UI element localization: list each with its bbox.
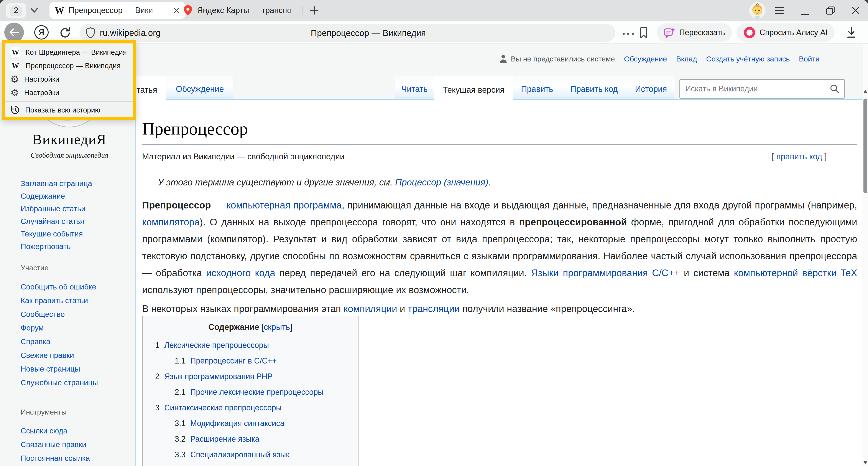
toc-item[interactable]: 3Синтаксические препроцессоры	[147, 400, 354, 416]
tab-yandex-maps[interactable]: Яндекс Карты — транспо	[178, 2, 310, 19]
tab-history[interactable]: История	[627, 76, 675, 99]
link-compiler[interactable]: компилятора	[142, 217, 199, 227]
search-submit[interactable]	[829, 84, 844, 94]
wikipedia-favicon: W	[10, 47, 21, 57]
screen: 2 W Препроцессор — Вики Яндекс Карты — т…	[0, 0, 868, 466]
browser-window: 2 W Препроцессор — Вики Яндекс Карты — т…	[0, 0, 868, 466]
hatnote-link[interactable]: Процессор (значения)	[395, 177, 489, 187]
sidebar-item-contents[interactable]: Содержание	[21, 190, 92, 202]
back-button[interactable]	[4, 23, 24, 42]
toc-item[interactable]: 3.3Специализированный язык	[147, 447, 354, 463]
ask-alice-button[interactable]: Спросить Алису AI	[737, 24, 835, 42]
scroll-up-icon[interactable]	[863, 90, 867, 93]
sidebar-item-help[interactable]: Справка	[21, 334, 98, 348]
new-tab-button[interactable]	[309, 5, 319, 16]
history-menu: W Кот Шрёдингера — Википедия W Препроцес…	[5, 43, 133, 117]
sidebar-item-what-links-here[interactable]: Ссылки сюда	[21, 424, 90, 438]
sidebar-item-special-pages[interactable]: Служебные страницы	[21, 376, 98, 389]
browser-menu-button[interactable]	[772, 0, 787, 21]
link-translation[interactable]: трансляции	[408, 303, 460, 314]
sidebar-item-permanent-link[interactable]: Постоянная ссылка	[21, 451, 90, 465]
tab-active-wikipedia[interactable]: W Препроцессор — Вики	[50, 2, 185, 19]
personal-link-create-account[interactable]: Создать учётную запись	[706, 55, 790, 63]
profile-avatar[interactable]	[749, 2, 766, 19]
tabbar-divider	[303, 6, 303, 15]
link-computer-program[interactable]: компьютерная программа	[226, 200, 342, 210]
toc-bracket-close: ]	[290, 322, 292, 331]
tab-discussion[interactable]: Обсуждение	[166, 76, 234, 99]
scrollbar-thumb[interactable]	[863, 98, 867, 193]
restore-button[interactable]	[823, 0, 838, 21]
toc-item[interactable]: 3.2Расширение языка	[147, 431, 354, 447]
minimize-button[interactable]	[798, 0, 813, 21]
toc-item[interactable]: 2.1Прочие лексические препроцессоры	[147, 384, 354, 400]
link-compilation[interactable]: компиляции	[343, 303, 397, 314]
url-text: ru.wikipedia.org	[100, 28, 161, 38]
sidebar-item-how-to-edit[interactable]: Как править статьи	[21, 294, 98, 307]
search-icon	[829, 84, 840, 94]
sidebar-item-main-page[interactable]: Заглавная страница	[21, 177, 92, 190]
paragraph-1: Препроцессор — компьютерная программа, п…	[142, 197, 857, 298]
sidebar-item-report-error[interactable]: Сообщить об ошибке	[21, 280, 98, 294]
summarize-button[interactable]: Пересказать	[657, 24, 732, 42]
edit-source-label[interactable]: править код	[776, 152, 822, 161]
edit-source-link[interactable]: [ править код ]	[772, 152, 827, 161]
tab-count: 2	[14, 6, 18, 15]
sidebar-item-new-pages[interactable]: Новые страницы	[21, 362, 98, 376]
sidebar-item-community[interactable]: Сообщество	[21, 307, 98, 321]
ellipsis-icon	[622, 33, 634, 35]
scroll-down-icon[interactable]	[863, 461, 867, 464]
history-item-preprocessor[interactable]: W Препроцессор — Википедия	[5, 59, 133, 72]
toc-label: Расширение языка	[190, 431, 259, 447]
wiki-search-input[interactable]	[680, 84, 829, 93]
map-pin-icon	[183, 5, 193, 16]
history-item-label: Препроцессор — Википедия	[26, 62, 121, 70]
link-source-code[interactable]: исходного кода	[206, 267, 275, 278]
tab-current-version[interactable]: Текущая версия	[434, 76, 513, 100]
toc-item[interactable]: 1Лексические препроцессоры	[147, 338, 354, 353]
close-window-button[interactable]	[848, 0, 863, 21]
sidebar-item-current-events[interactable]: Текущие события	[21, 228, 92, 240]
plus-icon	[309, 5, 319, 16]
sidebar-item-donate[interactable]: Пожертвовать	[21, 240, 92, 253]
article-subtitle: Материал из Википедии — свободной энцикл…	[142, 152, 345, 161]
toc-item[interactable]: 3.1Модификация синтаксиса	[147, 416, 354, 431]
link-tex-typesetting[interactable]: компьютерной вёрстки TeX	[734, 267, 857, 278]
tabs-dropdown-button[interactable]	[30, 7, 39, 14]
sidebar-item-forum[interactable]: Форум	[21, 321, 98, 334]
p2-text: и	[397, 303, 408, 314]
close-icon	[851, 6, 860, 15]
toc-item[interactable]: 2Язык программирования PHP	[147, 369, 354, 384]
link-c-cpp-languages[interactable]: Языки программирования C/C++	[531, 267, 680, 278]
yandex-letter: Я	[39, 28, 44, 37]
toc-item[interactable]: 1.1Препроцессинг в C/C++	[147, 353, 354, 369]
personal-link-login[interactable]: Войти	[799, 55, 819, 63]
hatnote-text: У этого термина существуют и другие знач…	[158, 177, 395, 187]
toc-num: 3.1	[175, 416, 186, 431]
gear-icon	[10, 88, 19, 98]
tab-count-badge[interactable]: 2	[6, 3, 26, 18]
bookmark-button[interactable]	[639, 27, 648, 39]
personal-link-contributions[interactable]: Вклад	[676, 55, 697, 63]
more-actions-button[interactable]	[622, 33, 634, 35]
tab-edit-source[interactable]: Править код	[561, 76, 627, 99]
wikipedia-wordmark[interactable]: ВикипедиЯ	[13, 131, 126, 148]
refresh-button[interactable]	[59, 26, 72, 39]
show-full-history-item[interactable]: Показать всю историю	[5, 104, 133, 117]
downloads-button[interactable]	[846, 27, 857, 39]
history-item-settings-1[interactable]: Настройки	[5, 72, 133, 86]
scrollbar[interactable]	[863, 44, 868, 466]
sidebar-item-related-changes[interactable]: Связанные правки	[21, 438, 90, 451]
personal-link-discussion[interactable]: Обсуждение	[624, 55, 667, 63]
history-item-settings-2[interactable]: Настройки	[5, 86, 133, 99]
yandex-button[interactable]: Я	[34, 25, 49, 39]
tab-read[interactable]: Читать	[395, 76, 434, 99]
toc-hide-toggle[interactable]: скрыть	[264, 322, 290, 331]
sidebar-item-featured[interactable]: Избранные статьи	[21, 202, 92, 215]
history-item-schroedinger[interactable]: W Кот Шрёдингера — Википедия	[5, 46, 133, 59]
sidebar-item-random[interactable]: Случайная статья	[21, 215, 92, 228]
sidebar-nav: Заглавная страница Содержание Избранные …	[21, 177, 92, 253]
tab-edit[interactable]: Править	[513, 76, 561, 99]
sidebar-item-recent-changes[interactable]: Свежие правки	[21, 348, 98, 362]
article-title-rule	[142, 144, 857, 145]
